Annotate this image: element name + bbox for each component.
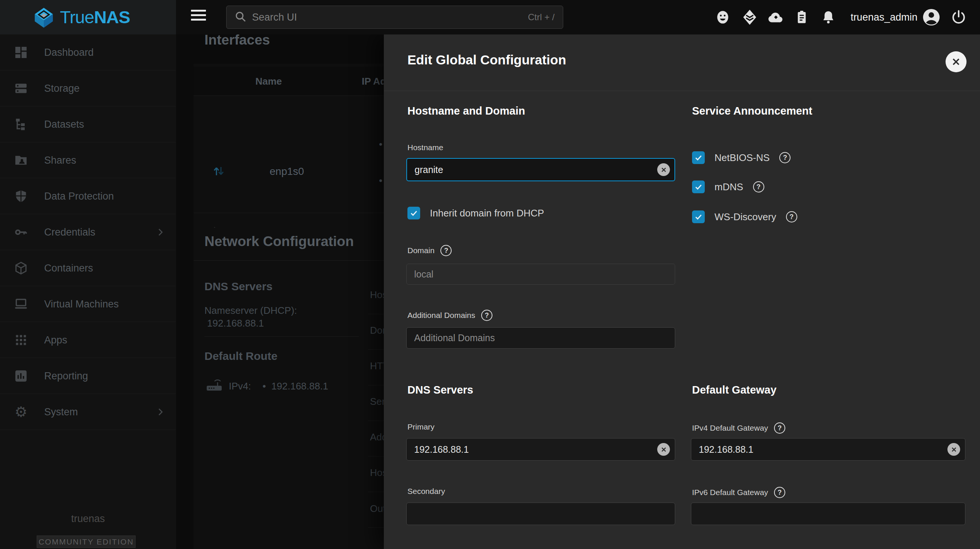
sidebar-item-reporting[interactable]: Reporting: [0, 358, 176, 394]
checkbox-checked-icon[interactable]: [692, 151, 705, 164]
ipv4-route-value: • 192.168.88.1: [262, 380, 328, 392]
interfaces-title: Interfaces: [204, 32, 270, 48]
close-button[interactable]: [945, 51, 967, 72]
ws-discovery-checkbox-row[interactable]: WS-Discovery ?: [692, 210, 797, 223]
cloud-icon[interactable]: [765, 7, 786, 28]
clear-ipv4-gateway-icon[interactable]: [947, 443, 960, 456]
ipv4-gateway-label: IPv4 Default Gateway: [692, 423, 768, 433]
checkbox-checked-icon[interactable]: [692, 210, 705, 223]
edit-global-configuration-dialog: Edit Global Configuration Hostname and D…: [384, 35, 980, 549]
domain-label: Domain: [407, 246, 434, 255]
chevron-right-icon: [155, 227, 165, 239]
help-icon[interactable]: ?: [441, 245, 452, 256]
nameserver-value: 192.168.88.1: [207, 318, 264, 329]
hostname-domain-section-heading: Hostname and Domain: [407, 105, 525, 117]
divider: [384, 91, 980, 91]
domain-input: [406, 264, 675, 285]
key-icon: [13, 225, 29, 240]
sidebar-nav: Dashboard Storage Datasets Shares Data P…: [0, 35, 176, 549]
system-hostname-label: truenas: [0, 513, 176, 525]
bg-cut-label: Out: [370, 503, 386, 514]
secondary-dns-label: Secondary: [407, 487, 445, 496]
search-input[interactable]: [252, 12, 528, 23]
ipv4-route-label: IPv4:: [229, 380, 251, 392]
container-cube-icon: [13, 261, 29, 275]
ws-discovery-label: WS-Discovery: [714, 211, 776, 223]
sidebar-item-storage[interactable]: Storage: [0, 70, 176, 107]
sidebar-item-label: Dashboard: [44, 35, 94, 70]
help-icon[interactable]: ?: [753, 181, 764, 193]
apps-grid-icon: [13, 333, 29, 347]
sidebar-item-label: Virtual Machines: [44, 286, 119, 322]
sidebar-item-dashboard[interactable]: Dashboard: [0, 35, 176, 70]
router-icon: [205, 377, 223, 393]
primary-dns-input[interactable]: [406, 438, 675, 461]
primary-dns-label: Primary: [407, 422, 434, 431]
ipv4-gateway-input[interactable]: [691, 438, 966, 461]
bg-cut-label: Ser: [370, 396, 385, 407]
sidebar-item-apps[interactable]: Apps: [0, 322, 176, 358]
hostname-input[interactable]: [406, 158, 675, 181]
sidebar-item-label: Storage: [44, 70, 80, 107]
checkbox-checked-icon[interactable]: [407, 207, 420, 220]
bar-chart-icon: [13, 369, 29, 384]
sidebar-item-label: Data Protection: [44, 178, 114, 214]
truenas-app: Interfaces Name IP Ad enp1s0 • 19 /2 • f…: [0, 0, 980, 549]
jobs-clipboard-icon[interactable]: [791, 7, 812, 28]
help-icon[interactable]: ?: [779, 152, 791, 163]
help-icon[interactable]: ?: [481, 310, 492, 321]
sidebar-item-label: Datasets: [44, 107, 84, 142]
truenas-logo[interactable]: TrueNAS: [33, 6, 130, 28]
logo-text: TrueNAS: [60, 7, 130, 27]
gear-icon: ⚙: [13, 404, 29, 419]
notifications-bell-icon[interactable]: [818, 7, 839, 28]
checkbox-checked-icon[interactable]: [692, 180, 705, 193]
user-avatar[interactable]: [921, 7, 942, 28]
sidebar-item-label: Apps: [44, 322, 67, 358]
dns-servers-section-heading: DNS Servers: [407, 384, 473, 396]
sidebar-item-data-protection[interactable]: Data Protection: [0, 178, 176, 214]
sidebar-item-virtual-machines[interactable]: Virtual Machines: [0, 286, 176, 322]
interface-name: enp1s0: [270, 165, 304, 178]
ipv6-gateway-input[interactable]: [691, 503, 966, 525]
storage-icon: [13, 81, 29, 96]
clear-primary-dns-icon[interactable]: [657, 443, 670, 456]
netbios-label: NetBIOS-NS: [714, 152, 770, 164]
inherit-domain-checkbox-row[interactable]: Inherit domain from DHCP: [407, 207, 544, 220]
search-icon: [234, 10, 247, 24]
community-edition-badge: COMMUNITY EDITION: [37, 536, 135, 548]
sidebar-item-containers[interactable]: Containers: [0, 250, 176, 286]
divider: [204, 336, 359, 337]
secondary-dns-input[interactable]: [406, 503, 675, 525]
sidebar-item-shares[interactable]: Shares: [0, 142, 176, 178]
truecommand-icon[interactable]: [739, 7, 760, 28]
username-label: truenas_admin: [839, 0, 918, 35]
hamburger-menu-icon[interactable]: [191, 10, 208, 25]
sidebar-item-credentials[interactable]: Credentials: [0, 214, 176, 250]
service-announcement-section-heading: Service Announcement: [692, 105, 812, 117]
sidebar-item-label: System: [44, 394, 78, 430]
sidebar-item-system[interactable]: ⚙ System: [0, 394, 176, 430]
inherit-domain-label: Inherit domain from DHCP: [430, 207, 544, 219]
additional-domains-label: Additional Domains: [407, 311, 475, 320]
sidebar-item-label: Containers: [44, 250, 93, 286]
sidebar-item-datasets[interactable]: Datasets: [0, 107, 176, 142]
mdns-checkbox-row[interactable]: mDNS ?: [692, 180, 764, 193]
search-bar[interactable]: Ctrl + /: [226, 6, 563, 29]
help-icon[interactable]: ?: [774, 487, 785, 498]
netbios-checkbox-row[interactable]: NetBIOS-NS ?: [692, 151, 791, 164]
interface-up-down-icon: [210, 162, 227, 180]
help-icon[interactable]: ?: [774, 422, 785, 434]
shield-icon: [13, 189, 29, 204]
additional-domains-input[interactable]: [406, 327, 675, 348]
power-icon[interactable]: [948, 7, 969, 28]
sidebar-item-label: Reporting: [44, 358, 88, 394]
sidebar-item-label: Shares: [44, 142, 76, 178]
clear-hostname-icon[interactable]: [657, 163, 670, 176]
truenas-logo-icon: [33, 6, 55, 28]
ipv6-gateway-label: IPv6 Default Gateway: [692, 488, 768, 497]
top-bar-logo-area: TrueNAS: [0, 0, 176, 35]
feedback-smiley-icon[interactable]: [712, 7, 733, 28]
close-icon: [953, 59, 959, 65]
help-icon[interactable]: ?: [786, 211, 797, 223]
